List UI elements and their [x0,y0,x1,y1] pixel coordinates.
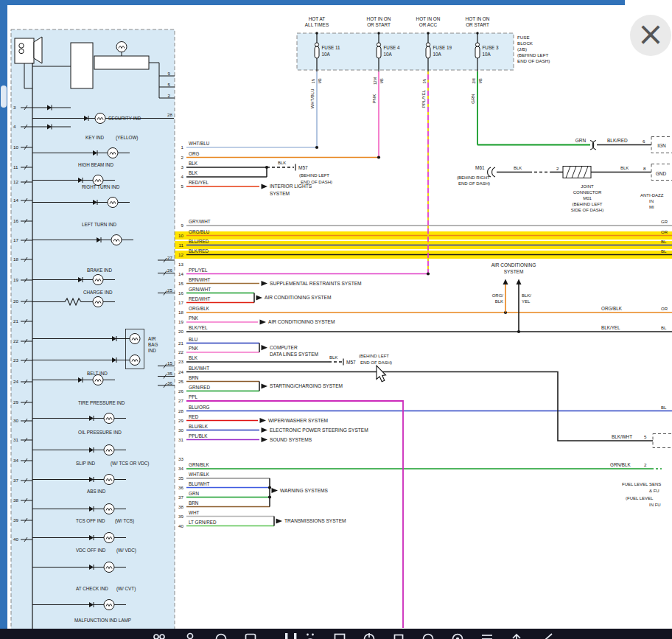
back-icon[interactable] [542,631,558,639]
wire-color-label: ORG/BLK [189,306,210,311]
connector-label: M57 [298,165,308,170]
indicator-label: CHARGE IND [83,290,113,295]
wire-number: 38 [178,504,183,509]
illumination-control-box [71,43,93,88]
meter-illum-box [94,56,149,69]
indicator-label: KEY IND [85,135,105,140]
upload-icon[interactable] [508,631,525,639]
note-line: (BEHIND LEFT [359,354,389,358]
hotspot-glyph [302,631,318,639]
wire-number: 14 [178,271,183,276]
indicator-suffix: (W/ TCS OR VDC) [111,461,149,467]
record-icon[interactable] [449,631,466,639]
contacts-icon[interactable] [151,631,167,639]
note-line: ANTI-DAZZ [640,193,664,198]
buzzer-horn [34,37,42,63]
wire-color-label: WHT/BLU [189,141,210,146]
pin-number: 14 [13,198,18,203]
indicator-label: OIL PRESSURE IND [78,430,122,435]
indicator-label: TCS OFF IND [76,518,105,523]
wire-number: 19 [178,319,183,324]
wire-color-label: BLK/ [522,293,531,298]
wire-color-label: BLU/WHT [189,481,209,486]
edge-label: BL [661,249,667,254]
fuse-conn: M5 [379,78,384,83]
clock-icon[interactable] [213,631,229,639]
divider-glyph [287,631,304,639]
person-icon[interactable] [182,631,198,639]
close-icon: × [637,18,665,50]
wire-color-label: RED/WHT [189,296,211,301]
wire-number: 39 [178,514,183,519]
pin-number: 35 [167,371,172,376]
power-icon[interactable] [361,631,377,639]
power-rail-label: ALL TIMES [305,22,329,27]
wire-color-label: PNK [189,315,199,321]
wire-color-label: BLU/ORG [189,405,209,410]
indicator-label: LEFT TURN IND [82,222,116,227]
wiring-diagram-canvas[interactable]: FUSE BLOCK (J/B) (BEHIND LEFT END OF DAS… [0,0,672,639]
pin-number: 3 [13,105,16,110]
wire-color-label: GRY/WHT [189,219,211,224]
indicator-label: BAG [148,342,158,347]
pin-number: 36 [167,380,172,385]
fuse-pin: 12M [373,77,377,85]
app-window-icon[interactable] [242,631,259,639]
junction-dot [315,146,318,149]
wire-color-label: PPL [189,394,197,399]
close-button[interactable]: × [630,15,671,56]
note-line: (FUEL LEVEL [626,496,654,500]
pin-number: 29 [13,399,18,405]
wire-color-label: BLU/BLK [189,424,209,429]
note-line: M01 [583,196,592,200]
edge-label: OR [661,307,668,311]
wire-number: 30 [178,427,183,433]
menu-icon[interactable] [479,631,495,639]
scrollbar-handle[interactable] [1,85,7,108]
circle-glyph [420,631,436,639]
wire-number: 16 [178,290,183,296]
note-line: END OF DASH) [360,360,392,365]
window-icon[interactable] [391,631,407,639]
wire-color-label: BLK [495,299,503,304]
wire-number: 15 [178,281,183,286]
note-line: FUEL LEVEL SENS [622,482,661,486]
wire-number: 31 [178,437,183,442]
fuse-rating: 10A [483,52,491,57]
wire-number: 18 [178,310,183,315]
stop-icon[interactable] [332,631,348,639]
fuse-name: FUSE 4 [384,45,401,50]
wire-color-label: BLK/WHT [189,366,209,371]
pin-number: 21 [13,318,18,324]
unit-panel [11,29,175,630]
note-line: & FU [649,489,659,493]
indicator-lamp-icon [104,533,114,543]
pin-number: 25 [167,287,172,293]
fuse-terminal [377,43,380,46]
indicator-lamp-icon [93,297,103,307]
fuse-wire-color: WHT/BLU [310,89,315,109]
note-line: CONNECTOR [573,190,602,195]
circle-icon[interactable] [420,631,436,639]
fuse-name: FUSE 3 [483,45,500,50]
wire-color-label: WHT/BLK [189,472,210,477]
note-line: (BEHIND LEFT [299,173,329,178]
pin-number: 12 [13,179,18,184]
wire-color-label: BRN/WHT [189,277,211,282]
note-line: BLOCK [517,41,533,46]
fuse-pin: 2M [472,78,476,83]
note-line: (BEHIND LEFT [517,52,549,57]
indicator-lamp-icon [111,235,122,245]
wire-color-label: GRN [575,138,587,143]
fuse-terminal [315,43,318,46]
menu-glyph [479,631,495,639]
note-line: JOINT [581,184,594,189]
system-callout: AIR CONDITIONING [491,262,536,268]
hotspot-icon[interactable] [302,631,318,639]
person-glyph [182,631,198,639]
junction-dot [265,166,268,169]
fuse-body [475,46,480,58]
pin-number: 23 [13,357,18,363]
indicator-lamp-icon [108,148,118,158]
wire-number: 4 [181,174,184,179]
